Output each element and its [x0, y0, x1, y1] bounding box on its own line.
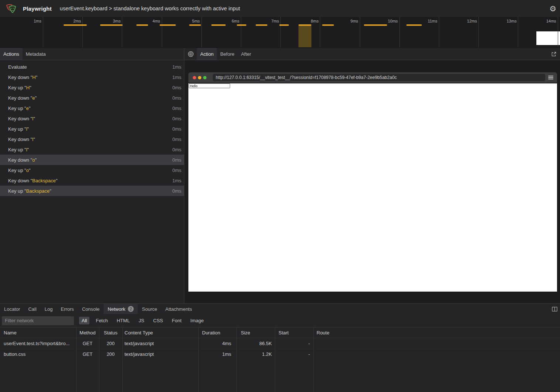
- timeline-time-label: 6ms: [217, 19, 239, 23]
- filter-chip-fetch[interactable]: Fetch: [93, 317, 110, 324]
- cell-content-type: text/javascript: [122, 341, 198, 346]
- action-row[interactable]: Key down "H"1ms: [0, 72, 184, 82]
- tab-metadata[interactable]: Metadata: [23, 48, 49, 60]
- pick-locator-icon[interactable]: [184, 48, 197, 60]
- timeline-action-tick: [364, 24, 387, 26]
- filter-chip-all[interactable]: All: [79, 317, 89, 324]
- browser-menu-icon[interactable]: [548, 76, 553, 80]
- playwright-logo-icon: [5, 3, 17, 14]
- tab-locator[interactable]: Locator: [0, 304, 24, 314]
- header-cell-route: Route: [314, 330, 560, 336]
- tab-source[interactable]: Source: [138, 304, 161, 314]
- cell-status: 200: [99, 351, 122, 357]
- action-title: Key down ": [8, 75, 32, 80]
- tab-after[interactable]: After: [238, 48, 254, 60]
- action-row[interactable]: Key up "l"0ms: [0, 144, 184, 155]
- open-external-icon[interactable]: [548, 48, 559, 60]
- network-filter-input[interactable]: [2, 316, 74, 325]
- action-row[interactable]: Evaluate1ms: [0, 62, 184, 72]
- filter-chip-image[interactable]: Image: [188, 317, 206, 324]
- action-list: Evaluate1msKey down "H"1msKey up "H"0msK…: [0, 60, 184, 303]
- timeline-grid-line: [201, 17, 202, 48]
- action-title-quote: ": [35, 157, 37, 163]
- action-duration: 0ms: [172, 188, 181, 194]
- timeline-grid-line: [162, 17, 162, 48]
- tab-actions-label: Actions: [3, 51, 19, 57]
- tab-errors[interactable]: Errors: [57, 304, 78, 314]
- tab-locator-label: Locator: [4, 306, 20, 312]
- timeline-action-tick: [64, 24, 87, 26]
- tab-console-label: Console: [82, 306, 100, 312]
- tab-console[interactable]: Console: [78, 304, 104, 314]
- action-duration: 0ms: [172, 137, 181, 142]
- tab-actions[interactable]: Actions: [0, 48, 23, 60]
- tab-log[interactable]: Log: [41, 304, 57, 314]
- split-view-icon[interactable]: [549, 304, 560, 314]
- timeline-time-label: 7ms: [257, 19, 279, 23]
- action-title-quote: ": [27, 126, 29, 132]
- app-title: Playwright: [23, 6, 52, 12]
- action-row[interactable]: Key down "l"0ms: [0, 134, 184, 144]
- action-row[interactable]: Key up "e"0ms: [0, 103, 184, 113]
- timeline-grid-line: [82, 17, 83, 48]
- network-count-badge: 2: [128, 306, 134, 312]
- action-key-value: e: [32, 95, 35, 101]
- timeline-grid-line: [439, 17, 439, 48]
- cell-name: button.css: [0, 351, 76, 357]
- timeline-time-label: 13ms: [494, 19, 516, 23]
- timeline-action-tick: [211, 24, 226, 26]
- timeline-grid-line: [558, 17, 558, 48]
- action-title-quote: ": [30, 85, 31, 90]
- filter-chip-js[interactable]: JS: [136, 317, 147, 324]
- action-row[interactable]: Key up "o"0ms: [0, 165, 184, 175]
- cell-size: 1.2K: [236, 351, 275, 357]
- settings-gear-icon[interactable]: ⚙: [549, 5, 556, 13]
- snapshot-area: http://127.0.0.1:63315/__vitest_test__/?…: [184, 60, 560, 303]
- window-dot-green: [203, 76, 206, 79]
- page-text-input[interactable]: [189, 83, 230, 88]
- action-row[interactable]: Key up "H"0ms: [0, 82, 184, 93]
- action-duration: 1ms: [172, 64, 181, 70]
- tab-attachments[interactable]: Attachments: [161, 304, 196, 314]
- timeline-time-label: 11ms: [415, 19, 437, 23]
- details-tab-bar: LocatorCallLogErrorsConsoleNetwork2Sourc…: [0, 304, 560, 314]
- tab-call[interactable]: Call: [24, 304, 40, 314]
- header-cell-method: Method: [76, 330, 99, 336]
- action-title: Key down ": [8, 116, 32, 121]
- action-key-value: e: [26, 106, 29, 111]
- action-row[interactable]: Key down "l"0ms: [0, 113, 184, 124]
- tab-network[interactable]: Network2: [104, 304, 138, 314]
- action-row[interactable]: Key up "Backspace"0ms: [0, 186, 184, 196]
- timeline-action-tick: [136, 24, 148, 26]
- network-table-row[interactable]: userEvent.test.ts?import&bro...GET200tex…: [0, 338, 560, 349]
- timeline-selected-range[interactable]: [298, 26, 311, 47]
- header-cell-duration: Duration: [198, 330, 236, 336]
- filter-chip-css[interactable]: CSS: [151, 317, 166, 324]
- top-bar: Playwright userEvent.keyboard > standalo…: [0, 0, 560, 17]
- action-row[interactable]: Key down "e"0ms: [0, 93, 184, 103]
- tab-action[interactable]: Action: [197, 48, 217, 60]
- timeline[interactable]: 1ms2ms3ms4ms5ms6ms7ms8ms9ms10ms11ms12ms1…: [0, 17, 560, 48]
- page-snapshot: [188, 83, 557, 292]
- browser-url: http://127.0.0.1:63315/__vitest_test__/?…: [213, 75, 397, 80]
- header-cell-content-type: Content Type: [122, 330, 198, 336]
- action-row[interactable]: Key down "Backspace"1ms: [0, 175, 184, 186]
- action-row[interactable]: Key up "l"0ms: [0, 124, 184, 134]
- network-table-row[interactable]: button.cssGET200text/javascript1ms1.2K-: [0, 349, 560, 360]
- filter-chip-font[interactable]: Font: [169, 317, 184, 324]
- header-cell-status: Status: [99, 330, 122, 336]
- action-key-value: Backspace: [26, 188, 50, 194]
- action-duration: 0ms: [172, 147, 181, 152]
- tab-before[interactable]: Before: [217, 48, 238, 60]
- timeline-grid-line: [399, 17, 400, 48]
- timeline-action-tick: [237, 24, 246, 26]
- action-duration: 1ms: [172, 178, 181, 183]
- action-row[interactable]: Key down "o"0ms: [0, 155, 184, 165]
- filter-chip-html[interactable]: HTML: [114, 317, 132, 324]
- action-key-value: o: [32, 157, 35, 163]
- film-strip-thumbnail[interactable]: [536, 31, 560, 45]
- action-title-quote: ": [35, 95, 37, 101]
- action-key-value: H: [32, 75, 35, 80]
- browser-window: http://127.0.0.1:63315/__vitest_test__/?…: [188, 72, 557, 292]
- tab-source-label: Source: [142, 306, 157, 312]
